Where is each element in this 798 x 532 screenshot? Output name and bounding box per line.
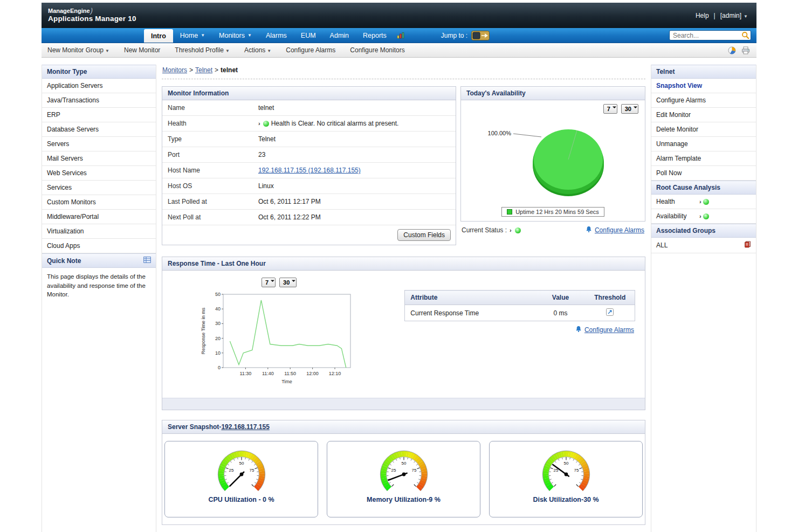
chevron-down-icon: ▼ [105,49,109,53]
sidebar-item-custom-monitors[interactable]: Custom Monitors [42,195,156,210]
tab-intro[interactable]: Intro [144,29,173,43]
table-row: Host OSLinux [162,178,456,194]
note-icon [143,257,151,265]
disk-gauge-card: 255075 Disk Utilization-30 % [489,441,643,517]
breadcrumb-monitors-link[interactable]: Monitors [162,66,187,74]
cpu-gauge-card: 255075 CPU Utilization - 0 % [164,441,318,517]
host-name-link[interactable]: 192.168.117.155 (192.168.117.155) [258,167,361,174]
actions-button[interactable]: Actions▼ [244,46,271,54]
response-attribute-table: Attribute Value Threshold Current Respon… [404,290,635,321]
menu-edit-monitor[interactable]: Edit Monitor [651,108,756,122]
app-header: ManageEngine) Applications Manager 10 He… [42,3,756,28]
tab-alarms[interactable]: Alarms [259,28,294,43]
server-snapshot-title: Server Snapshot-192.168.117.155 [162,420,645,434]
menu-configure-alarms[interactable]: Configure Alarms [651,93,756,108]
response-configure-alarms-link[interactable]: Configure Alarms [584,326,634,334]
sidebar-item-servers[interactable]: Servers [42,137,156,151]
pie-chart-icon[interactable] [728,46,736,54]
availability-configure-alarms-link[interactable]: Configure Alarms [595,226,644,234]
snapshot-host-link[interactable]: 192.168.117.155 [221,423,269,431]
menu-delete-monitor[interactable]: Delete Monitor [651,122,756,137]
last-polled-value: Oct 6, 2011 12:17 PM [253,194,456,209]
svg-text:30: 30 [215,321,221,326]
response-30day-button[interactable]: 30 [279,278,297,287]
monitor-information-panel: Monitor Information Nametelnet Health›He… [162,86,456,245]
chevron-down-icon: ▼ [201,33,205,38]
svg-text:Time: Time [281,379,292,384]
sidebar-item-services[interactable]: Services [42,181,156,195]
chevron-down-icon: ▼ [744,14,748,19]
rca-health[interactable]: Health › [651,195,756,209]
sidebar-item-database-servers[interactable]: Database Servers [42,122,156,137]
tab-monitors[interactable]: Monitors▼ [212,28,259,43]
menu-unmanage[interactable]: Unmanage [651,137,756,151]
sidebar-item-cloud-apps[interactable]: Cloud Apps [42,239,156,253]
current-status-label: Current Status : [462,226,507,234]
uptime-legend-swatch [507,209,512,215]
sidebar-item-middleware-portal[interactable]: Middleware/Portal [42,210,156,224]
current-status-row: Current Status :›↑ Configure Alarms [460,222,645,234]
availability-pie-chart: 100.00% [472,115,634,206]
sidebar-item-java-transactions[interactable]: Java/Transactions [42,93,156,108]
sidebar-item-virtualization[interactable]: Virtualization [42,224,156,239]
quick-note-text: This page displays the details of the av… [42,268,156,303]
chart-shortcut-icon[interactable] [394,28,408,43]
sidebar-item-application-servers[interactable]: Application Servers [42,79,156,93]
tab-admin[interactable]: Admin [323,28,356,43]
monitor-name-value: telnet [253,100,456,115]
menu-poll-now[interactable]: Poll Now [651,166,756,181]
group-all[interactable]: ALL [651,238,756,253]
main-area: Monitors>Telnet>telnet Monitor Informati… [159,65,649,532]
monitor-information-title: Monitor Information [162,87,456,100]
jump-to-icon[interactable] [471,31,490,40]
svg-text:11:50: 11:50 [284,371,296,376]
quick-note-header: Quick Note [42,253,156,268]
menu-alarm-template[interactable]: Alarm Template [651,151,756,166]
right-panel-title: Telnet [651,65,756,79]
search-icon[interactable] [741,31,749,41]
logo-brand: ManageEngine [48,8,90,14]
breadcrumb-telnet-link[interactable]: Telnet [195,66,212,74]
threshold-edit-icon[interactable] [606,310,614,317]
svg-text:50: 50 [215,292,221,297]
help-link[interactable]: Help [696,12,709,19]
tab-eum[interactable]: EUM [294,28,323,43]
monitor-type-header: Monitor Type [42,65,156,79]
configure-alarms-icon [575,326,582,334]
availability-30day-button[interactable]: 30 [621,104,638,114]
memory-gauge-label: Memory Utilization-9 % [367,496,441,503]
svg-text:40: 40 [215,306,221,312]
admin-menu[interactable]: [admin]▼ [720,12,748,19]
new-monitor-button[interactable]: New Monitor [124,46,160,54]
sidebar-item-web-services[interactable]: Web Services [42,166,156,181]
right-sidebar: Telnet Snapshot View Configure Alarms Ed… [651,65,756,532]
rca-availability[interactable]: Availability ›↑ [651,209,756,224]
root-cause-analysis-header: Root Cause Analysis [651,181,756,195]
new-monitor-group-button[interactable]: New Monitor Group▼ [47,46,109,54]
header-separator: | [714,12,716,19]
tab-reports[interactable]: Reports [356,28,394,43]
svg-text:12:10: 12:10 [328,371,341,376]
chevron-down-icon: ▼ [267,49,271,53]
health-clear-icon [703,199,709,205]
menu-snapshot-view[interactable]: Snapshot View [651,79,756,93]
pie-percentage-label: 100.00% [487,130,511,136]
jump-to: Jump to : [441,28,490,43]
threshold-profile-button[interactable]: Threshold Profile▼ [175,46,230,54]
response-7day-button[interactable]: 7 [262,278,276,287]
availability-7day-button[interactable]: 7 [603,104,617,114]
expand-icon [613,105,616,108]
app-logo[interactable]: ManageEngine) Applications Manager 10 [48,8,136,23]
associated-groups-header: Associated Groups [651,224,756,238]
search-input[interactable] [669,30,751,40]
sidebar-item-mail-servers[interactable]: Mail Servers [42,151,156,166]
svg-text:11:30: 11:30 [239,371,251,376]
configure-alarms-button[interactable]: Configure Alarms [286,46,335,54]
tab-home[interactable]: Home▼ [173,28,212,43]
print-icon[interactable] [741,46,750,54]
sidebar-item-erp[interactable]: ERP [42,108,156,122]
configure-monitors-button[interactable]: Configure Monitors [350,46,404,54]
remove-from-group-icon[interactable] [744,241,751,250]
custom-fields-button[interactable]: Custom Fields [397,229,451,241]
memory-gauge-card: 255075 Memory Utilization-9 % [327,441,480,517]
